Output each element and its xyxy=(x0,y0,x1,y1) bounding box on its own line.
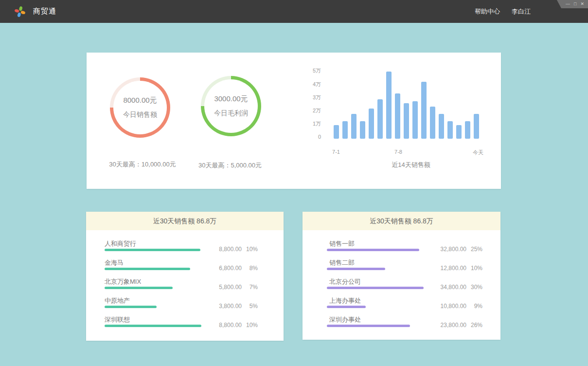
close-icon[interactable]: ✕ xyxy=(580,2,584,6)
rank-item-percent: 10% xyxy=(242,322,258,329)
rank-row: 销售二部12,800.0010% xyxy=(303,258,500,277)
x-tick-label: 7-1 xyxy=(321,149,351,155)
profit-30d-max: 30天最高：5,000.00元 xyxy=(177,161,284,170)
rank-item-values: 3,800.005% xyxy=(205,303,258,310)
titlebar: 商贸通 帮助中心 李白江 — □ ✕ xyxy=(0,0,588,23)
rank-item-bar xyxy=(105,268,190,270)
sales-bar xyxy=(430,107,435,139)
rank-item-name: 金海马 xyxy=(105,258,124,267)
overview-card: 8000.00元 今日销售额 30天最高：10,000.00元 3000.00元… xyxy=(87,53,501,189)
x-tick-label: 7-8 xyxy=(384,149,413,155)
rank-row: 上海办事处10,800.009% xyxy=(303,296,500,315)
rank-item-values: 8,800.0010% xyxy=(205,322,258,329)
customer-rank-card: 近30天销售额 86.8万 人和商贸行8,800.0010%金海马6,800.0… xyxy=(86,212,284,341)
rank-item-percent: 26% xyxy=(466,322,482,329)
rank-item-name: 深圳办事处 xyxy=(329,315,361,324)
sales-bars xyxy=(334,70,481,139)
rank-item-amount: 32,800.00 xyxy=(429,246,466,253)
sales-bar xyxy=(342,121,348,139)
customer-rank-title: 近30天销售额 86.8万 xyxy=(86,212,284,230)
maximize-icon[interactable]: □ xyxy=(574,2,576,6)
sales-bar xyxy=(386,72,392,139)
department-rank-title: 近30天销售额 86.8万 xyxy=(303,212,500,230)
sales-bar xyxy=(474,114,479,139)
rank-item-name: 北京分公司 xyxy=(329,277,361,286)
today-sales-donut: 8000.00元 今日销售额 xyxy=(110,77,170,138)
rank-item-bar xyxy=(327,268,385,270)
rank-item-values: 10,800.009% xyxy=(429,303,482,310)
rank-item-bar xyxy=(105,325,201,327)
rank-row: 销售一部32,800.0025% xyxy=(303,239,500,258)
window-controls: — □ ✕ xyxy=(557,0,588,8)
rank-item-percent: 30% xyxy=(466,284,482,291)
today-profit-value: 3000.00元 xyxy=(214,94,248,104)
bar-chart-title: 近14天销售额 xyxy=(367,161,455,169)
sales-bar xyxy=(456,125,462,139)
rank-item-percent: 5% xyxy=(242,303,258,310)
rank-item-bar xyxy=(327,249,419,251)
donut-center: 3000.00元 今日毛利润 xyxy=(204,79,258,133)
rank-item-bar xyxy=(327,306,366,308)
sales-bar xyxy=(351,114,356,139)
rank-item-percent: 25% xyxy=(466,246,482,253)
rank-row: 中原地产3,800.005% xyxy=(86,296,284,315)
rank-item-values: 5,800.007% xyxy=(205,284,258,291)
rank-item-bar xyxy=(327,287,424,289)
y-tick-label: 5万 xyxy=(302,67,321,74)
y-tick-label: 0 xyxy=(302,134,321,140)
rank-item-percent: 7% xyxy=(242,284,258,291)
y-tick-label: 2万 xyxy=(302,107,321,114)
rank-item-name: 北京万象MIX xyxy=(105,277,141,286)
department-rank-card: 近30天销售额 86.8万 销售一部32,800.0025%销售二部12,800… xyxy=(303,212,500,340)
donut-center: 8000.00元 今日销售额 xyxy=(113,81,167,134)
rank-item-values: 12,800.0010% xyxy=(429,265,482,272)
y-tick-label: 1万 xyxy=(302,120,321,128)
sales-bar xyxy=(447,121,453,139)
sales-bar xyxy=(439,114,444,139)
rank-item-percent: 10% xyxy=(242,246,258,253)
rank-row: 金海马6,800.008% xyxy=(86,258,284,277)
rank-item-amount: 8,800.00 xyxy=(205,246,242,253)
rank-item-name: 销售二部 xyxy=(329,258,355,267)
rank-item-amount: 5,800.00 xyxy=(205,284,242,291)
rank-item-percent: 9% xyxy=(466,303,482,310)
rank-item-name: 中原地产 xyxy=(105,296,130,305)
rank-item-amount: 34,800.00 xyxy=(429,284,466,291)
rank-item-values: 32,800.0025% xyxy=(429,246,482,253)
rank-row: 深圳联想8,800.0010% xyxy=(86,315,284,334)
y-tick-label: 3万 xyxy=(302,94,321,101)
department-rank-list: 销售一部32,800.0025%销售二部12,800.0010%北京分公司34,… xyxy=(303,230,500,334)
sales-bar xyxy=(404,103,409,139)
sales-bar xyxy=(334,125,339,139)
rank-item-name: 深圳联想 xyxy=(105,315,130,324)
rank-item-amount: 23,800.00 xyxy=(429,322,466,329)
rank-item-values: 6,800.008% xyxy=(205,265,258,272)
rank-item-amount: 12,800.00 xyxy=(429,265,466,272)
rank-item-amount: 10,800.00 xyxy=(429,303,466,310)
rank-item-values: 34,800.0030% xyxy=(429,284,482,291)
rank-row: 北京分公司34,800.0030% xyxy=(303,277,500,296)
minimize-icon[interactable]: — xyxy=(566,2,570,6)
sales-bar xyxy=(360,121,365,139)
rank-item-bar xyxy=(105,306,157,308)
rank-item-values: 8,800.0010% xyxy=(205,246,258,253)
sales-bar xyxy=(465,121,470,139)
today-sales-label: 今日销售额 xyxy=(123,110,157,119)
rank-row: 人和商贸行8,800.0010% xyxy=(86,239,284,258)
rank-item-bar xyxy=(327,325,410,327)
rank-item-bar xyxy=(105,249,200,251)
today-profit-label: 今日毛利润 xyxy=(214,109,248,118)
rank-item-name: 人和商贸行 xyxy=(105,239,136,248)
sales-bar xyxy=(369,109,374,139)
rank-item-name: 上海办事处 xyxy=(329,296,361,305)
rank-item-bar xyxy=(105,287,173,289)
help-center-link[interactable]: 帮助中心 xyxy=(475,7,500,16)
rank-item-amount: 8,800.00 xyxy=(205,322,242,329)
rank-item-percent: 10% xyxy=(466,265,482,272)
sales-bar xyxy=(421,82,427,139)
app-title: 商贸通 xyxy=(33,7,56,16)
user-menu[interactable]: 李白江 xyxy=(512,7,531,16)
rank-row: 北京万象MIX5,800.007% xyxy=(86,277,284,296)
today-profit-donut: 3000.00元 今日毛利润 xyxy=(201,76,261,136)
rank-item-percent: 8% xyxy=(242,265,258,272)
